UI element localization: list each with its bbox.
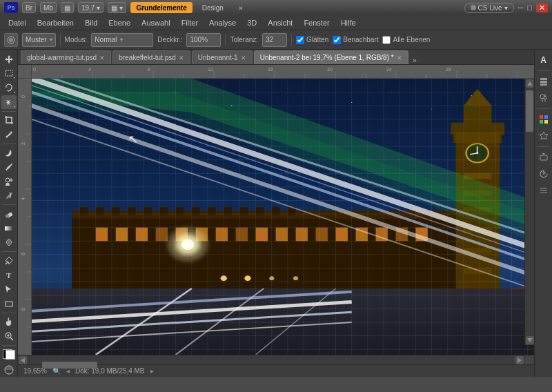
tab-unbenannt1[interactable]: Unbenannt-1 ✕ bbox=[192, 50, 253, 64]
menu-fenster[interactable]: Fenster bbox=[298, 17, 335, 28]
menu-3d[interactable]: 3D bbox=[241, 17, 262, 28]
layers-panel-btn[interactable] bbox=[536, 74, 551, 89]
svg-marker-203 bbox=[527, 338, 533, 342]
tab-close-global[interactable]: ✕ bbox=[99, 55, 105, 61]
styles-panel-btn[interactable] bbox=[536, 128, 551, 144]
history-brush-tool[interactable] bbox=[1, 189, 17, 203]
tab-overflow[interactable]: » bbox=[410, 56, 420, 64]
svg-rect-101 bbox=[316, 228, 328, 242]
image-canvas[interactable]: ↖ bbox=[32, 79, 534, 355]
tab-close-unbenannt2[interactable]: ✕ bbox=[397, 55, 402, 61]
tab-breakeffekt[interactable]: breakeffekt-tut.psd ✕ bbox=[112, 50, 190, 64]
adjustments-panel-btn[interactable] bbox=[536, 90, 551, 106]
scroll-thumb-h[interactable] bbox=[42, 362, 97, 369]
clone-stamp-tool[interactable] bbox=[1, 175, 17, 188]
mini-bridge-btn[interactable]: Mb bbox=[40, 2, 57, 13]
cs-live-btn[interactable]: CS Live ▾ bbox=[464, 3, 514, 13]
modus-arrow: ▾ bbox=[120, 37, 123, 43]
bg-color[interactable] bbox=[6, 350, 15, 360]
title-right: CS Live ▾ ─ □ ✕ bbox=[464, 3, 548, 13]
svg-text:8: 8 bbox=[148, 67, 150, 72]
scroll-up-arrow[interactable] bbox=[526, 79, 533, 88]
menu-ansicht[interactable]: Ansicht bbox=[262, 17, 298, 28]
layout-btn[interactable]: ▦ ▾ bbox=[108, 2, 126, 13]
svg-point-1 bbox=[9, 38, 13, 42]
magic-wand-tool[interactable]: ▸ bbox=[1, 95, 17, 109]
wand-sub-arrow: ▸ bbox=[14, 104, 16, 108]
transform-panel-btn[interactable] bbox=[536, 150, 551, 165]
alle-ebenen-checkbox[interactable] bbox=[382, 36, 391, 44]
pen-tool[interactable] bbox=[1, 254, 17, 268]
menu-analyse[interactable]: Analyse bbox=[204, 17, 241, 28]
eyedropper-tool[interactable] bbox=[1, 128, 17, 141]
tab-close-unbenannt1[interactable]: ✕ bbox=[241, 55, 246, 61]
menu-bearbeiten[interactable]: Bearbeiten bbox=[32, 17, 79, 28]
color-swatch[interactable] bbox=[1, 348, 17, 362]
tab-global-warming[interactable]: global-warming-tut.psd ✕ bbox=[21, 50, 111, 64]
status-left-arrow[interactable]: ◂ bbox=[66, 367, 70, 375]
brush-preset-icon[interactable] bbox=[4, 33, 18, 47]
glaetten-checkbox[interactable] bbox=[296, 36, 304, 44]
opts-separator-3 bbox=[291, 34, 292, 46]
close-btn[interactable]: ✕ bbox=[536, 3, 548, 12]
gradient-tool[interactable] bbox=[1, 222, 17, 235]
lasso-tool[interactable]: ▸ bbox=[1, 81, 17, 95]
crop-tool[interactable] bbox=[1, 114, 17, 128]
menu-hilfe[interactable]: Hilfe bbox=[335, 17, 362, 28]
grundelemente-workspace[interactable]: Grundelemente bbox=[130, 2, 192, 13]
path-select-tool[interactable] bbox=[1, 282, 17, 296]
svg-text:4: 4 bbox=[88, 67, 91, 72]
canvas-area[interactable]: 0 4 8 12 16 20 24 28 bbox=[18, 65, 534, 355]
scrollbar-v[interactable] bbox=[524, 79, 534, 345]
scroll-down-arrow[interactable] bbox=[526, 336, 534, 344]
main-area: ▸ ▸ ▸ bbox=[0, 50, 552, 377]
spot-heal-tool[interactable] bbox=[1, 146, 17, 160]
blur-tool[interactable] bbox=[1, 236, 17, 250]
benachbart-checkbox[interactable] bbox=[333, 36, 341, 44]
menu-datei[interactable]: Datei bbox=[3, 17, 32, 28]
alle-ebenen-group[interactable]: Alle Ebenen bbox=[382, 36, 430, 44]
type-tool[interactable]: T bbox=[1, 268, 17, 282]
view-mode-btn[interactable]: ▦ bbox=[61, 2, 74, 13]
tool-sep-6 bbox=[2, 345, 16, 346]
menu-auswahl[interactable]: Auswahl bbox=[136, 17, 176, 28]
tab-unbenannt2[interactable]: Unbenannt-2 bei 19,7% (Ebene 1, RGB/8) *… bbox=[254, 50, 408, 64]
styles-icon bbox=[539, 131, 549, 141]
restore-btn[interactable]: □ bbox=[527, 3, 532, 12]
char-panel-btn[interactable]: A bbox=[536, 52, 551, 68]
shape-tool[interactable] bbox=[1, 297, 17, 311]
hand-tool[interactable] bbox=[1, 315, 17, 329]
history-panel-btn[interactable] bbox=[536, 166, 551, 182]
overflow-workspaces[interactable]: » bbox=[233, 2, 248, 13]
deckkr-input[interactable]: 100% bbox=[186, 33, 221, 47]
bridge-btn[interactable]: Br bbox=[22, 2, 36, 13]
benachbart-group[interactable]: Benachbart bbox=[333, 36, 378, 44]
scroll-left-arrow[interactable] bbox=[19, 356, 27, 364]
scrollbar-h[interactable] bbox=[18, 355, 534, 364]
menu-ebene[interactable]: Ebene bbox=[103, 17, 136, 28]
zoom-display[interactable]: 19,7 ▾ bbox=[78, 2, 103, 13]
toleranz-input[interactable]: 32 bbox=[262, 33, 287, 47]
modus-dropdown[interactable]: Normal ▾ bbox=[91, 33, 153, 47]
glaetten-group[interactable]: Glätten bbox=[296, 36, 328, 44]
menu-bild[interactable]: Bild bbox=[79, 17, 103, 28]
svg-rect-218 bbox=[544, 120, 548, 124]
zoom-tool[interactable] bbox=[1, 329, 17, 343]
status-right-arrow[interactable]: ▸ bbox=[150, 367, 154, 375]
marquee-tool[interactable]: ▸ bbox=[1, 67, 17, 81]
quick-mask-btn[interactable] bbox=[1, 363, 17, 377]
preset-picker[interactable]: Muster ▾ bbox=[22, 33, 56, 47]
actions-panel-btn[interactable] bbox=[536, 183, 551, 198]
minimize-btn[interactable]: ─ bbox=[518, 3, 524, 12]
brush-tool[interactable] bbox=[1, 160, 17, 174]
tab-close-break[interactable]: ✕ bbox=[179, 55, 184, 61]
zoom-icon: 🔍 bbox=[52, 367, 61, 375]
menu-filter[interactable]: Filter bbox=[176, 17, 204, 28]
eraser-tool[interactable] bbox=[1, 207, 17, 221]
design-workspace[interactable]: Design bbox=[197, 2, 229, 13]
scroll-thumb-v[interactable] bbox=[526, 90, 533, 132]
svg-rect-220 bbox=[540, 155, 547, 160]
scroll-right-arrow[interactable] bbox=[515, 356, 524, 364]
move-tool[interactable] bbox=[1, 52, 17, 66]
swatches-panel-btn[interactable] bbox=[536, 112, 551, 127]
